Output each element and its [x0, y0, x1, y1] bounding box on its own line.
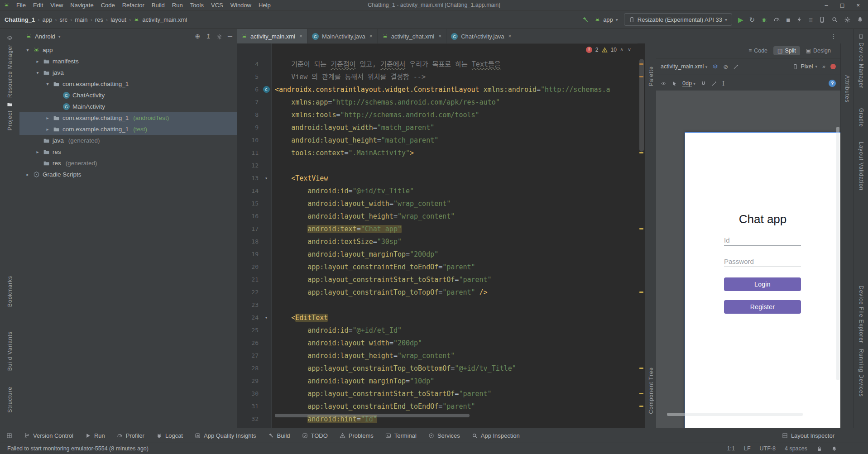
line-number[interactable]: 13 — [237, 172, 261, 185]
select-opened-file-icon[interactable]: ⊕ — [195, 33, 201, 40]
tool-button-build-variants[interactable]: Build Variants — [0, 331, 19, 371]
code-line-17[interactable]: 17 android:text="Chat app" — [237, 223, 638, 235]
prev-error-icon[interactable]: ∧ — [620, 47, 624, 53]
file-encoding[interactable]: UTF-8 — [760, 445, 776, 452]
code-line-11[interactable]: 11 tools:context=".MainActivity"> — [237, 147, 638, 159]
menu-window[interactable]: Window — [227, 1, 254, 9]
settings-gear-icon[interactable] — [844, 16, 851, 23]
code-line-7[interactable]: 7 xmlns:app="http://schemas.android.com/… — [237, 96, 638, 109]
expander-icon[interactable]: ▾ — [25, 48, 30, 53]
line-number[interactable]: 19 — [237, 248, 261, 261]
maximize-button[interactable]: ◻ — [840, 2, 845, 9]
code-line-28[interactable]: 28 app:layout_constraintTop_toBottomOf="… — [237, 362, 638, 375]
menu-tools[interactable]: Tools — [187, 1, 207, 9]
breadcrumb-item-Chatting_1[interactable]: Chatting_1 — [5, 16, 35, 23]
status-message[interactable]: Failed to start monitoring emulator-5554… — [7, 445, 149, 452]
code-line-21[interactable]: 21 app:layout_constraintStart_toStartOf=… — [237, 273, 638, 286]
tree-item-java-generated[interactable]: java(generated) — [19, 135, 237, 146]
line-number[interactable]: 25 — [237, 324, 261, 337]
tab-ChatActivity.java[interactable]: CChatActivity.java× — [446, 29, 516, 43]
layers-icon[interactable] — [712, 64, 718, 70]
device-manager-icon[interactable] — [819, 16, 825, 23]
minimize-button[interactable]: – — [825, 2, 828, 9]
default-margins-selector[interactable]: 0dp ▾ — [682, 80, 695, 86]
code-line-27[interactable]: 27 android:layout_height="wrap_content" — [237, 349, 638, 362]
paint-wand-icon[interactable] — [733, 64, 739, 70]
tool-button-run[interactable]: Run — [85, 432, 105, 439]
line-number[interactable]: 8 — [237, 109, 261, 121]
design-errors-icon[interactable] — [830, 64, 836, 69]
mode-split-button[interactable]: ◫Split — [773, 46, 800, 55]
line-number[interactable]: 27 — [237, 349, 261, 362]
preview-title-text[interactable]: Chat app — [685, 212, 840, 226]
code-line-16[interactable]: 16 android:layout_height="wrap_content" — [237, 210, 638, 223]
tree-item-res-generated[interactable]: res(generated) — [19, 158, 237, 169]
close-button[interactable]: × — [856, 2, 860, 9]
close-tab-icon[interactable]: × — [299, 33, 302, 39]
toolbar-overflow-chevrons[interactable]: » — [822, 63, 825, 70]
line-number[interactable]: 16 — [237, 210, 261, 223]
magnet-autoconnect-icon[interactable] — [700, 81, 706, 86]
infer-constraints-wand-icon[interactable] — [711, 81, 717, 86]
notifications-bell-icon[interactable] — [831, 445, 837, 452]
tab-activity_main.xml[interactable]: activity_main.xml× — [237, 29, 307, 43]
tree-item-ChatActivity[interactable]: CChatActivity — [19, 90, 237, 101]
tree-item-Gradle Scripts[interactable]: ▸Gradle Scripts — [19, 169, 237, 180]
tab-activity_chat.xml[interactable]: activity_chat.xml× — [378, 29, 446, 43]
expander-icon[interactable]: ▸ — [25, 172, 30, 177]
line-number[interactable]: 15 — [237, 197, 261, 210]
code-line-25[interactable]: 25 android:id="@+id/et_Id" — [237, 324, 638, 337]
tree-item-res[interactable]: ▸res — [19, 146, 237, 158]
stripe-mark[interactable] — [639, 368, 643, 369]
tool-button-app-inspection[interactable]: App Inspection — [472, 432, 520, 439]
view-options-eye-icon[interactable] — [661, 81, 667, 86]
run-button[interactable]: ▶ — [738, 16, 743, 23]
menu-vcs[interactable]: VCS — [208, 1, 226, 9]
code-line-20[interactable]: 20 app:layout_constraintEnd_toEndOf="par… — [237, 261, 638, 273]
stripe-mark[interactable] — [639, 292, 643, 293]
code-line-12[interactable]: 12 — [237, 159, 638, 172]
code-line-22[interactable]: 22 app:layout_constraintTop_toTopOf="par… — [237, 286, 638, 299]
tree-item-com.example.chatting_1[interactable]: ▾com.example.chatting_1 — [19, 78, 237, 90]
expander-icon[interactable]: ▸ — [45, 127, 50, 132]
breadcrumb-item-src[interactable]: src — [60, 16, 67, 23]
close-tab-icon[interactable]: × — [508, 33, 511, 39]
design-horizontal-scrollbar[interactable] — [667, 413, 803, 416]
line-separator[interactable]: LF — [744, 445, 751, 452]
help-icon[interactable]: ? — [829, 80, 836, 87]
apply-changes-icon[interactable] — [796, 16, 803, 23]
menu-navigate[interactable]: Navigate — [67, 1, 96, 9]
editor-horizontal-scrollbar[interactable] — [275, 414, 470, 417]
tool-button-logcat[interactable]: Logcat — [156, 432, 183, 439]
code-line-14[interactable]: 14 android:id="@+id/tv_Title" — [237, 185, 638, 197]
line-number[interactable]: 21 — [237, 273, 261, 286]
tool-button-gradle[interactable]: Gradle — [854, 108, 868, 127]
tool-button-resource-manager[interactable]: Resource Manager — [0, 35, 19, 98]
indent-setting[interactable]: 4 spaces — [785, 445, 807, 452]
line-number[interactable]: 20 — [237, 261, 261, 273]
code-line-18[interactable]: 18 android:textSize="30sp" — [237, 235, 638, 248]
tool-button-terminal[interactable]: Terminal — [385, 432, 417, 439]
tree-item-MainActivity[interactable]: CMainActivity — [19, 101, 237, 112]
line-number[interactable]: 23 — [237, 299, 261, 311]
design-device-selector[interactable]: Pixel ▾ — [792, 63, 817, 70]
tool-button-problems[interactable]: Problems — [340, 432, 374, 439]
line-number[interactable]: 11 — [237, 147, 261, 159]
stripe-mark[interactable] — [639, 152, 643, 153]
palette-tab[interactable]: Palette — [645, 66, 657, 86]
preview-login-button[interactable]: Login — [724, 277, 801, 291]
window-grid-icon[interactable] — [6, 433, 12, 439]
mode-design-button[interactable]: ▣Design — [802, 46, 835, 55]
design-preview-phone[interactable]: Chat app Id Password Login Register — [685, 132, 840, 428]
stripe-mark[interactable] — [639, 228, 643, 229]
breadcrumb-item-res[interactable]: res — [95, 16, 103, 23]
settings-gear-icon[interactable] — [216, 33, 222, 40]
line-number[interactable]: 29 — [237, 375, 261, 387]
line-number[interactable]: 31 — [237, 400, 261, 413]
attributes-tab[interactable]: Attributes — [841, 75, 854, 103]
stop-button[interactable]: ■ — [786, 16, 790, 23]
tree-item-app[interactable]: ▾app — [19, 44, 237, 56]
preview-password-field[interactable]: Password — [724, 256, 801, 267]
disable-overlay-icon[interactable]: ⊘ — [723, 64, 728, 70]
menu-help[interactable]: Help — [255, 1, 274, 9]
